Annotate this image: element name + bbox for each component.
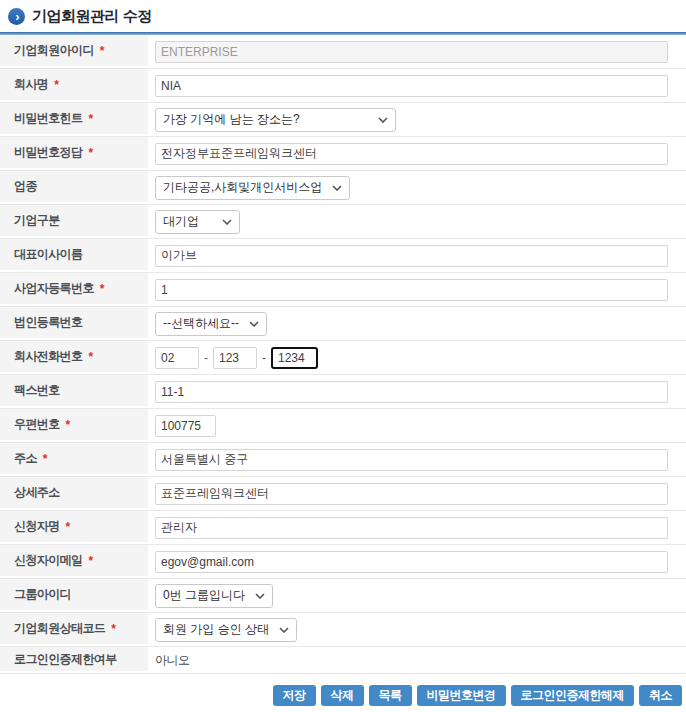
form-row-company-name: 회사명 * [0,69,686,103]
field-label: 업종 [14,178,37,195]
field-label-cell: 신청자명 * [0,511,148,544]
save-button[interactable]: 저장 [273,685,316,706]
form-row-phone-number: 회사전화번호 * - - [0,341,686,375]
field-value-cell [148,449,686,471]
form-row-password-hint: 비밀번호힌트 * 가장 기억에 남는 장소는? [0,103,686,137]
field-value-cell [148,75,686,97]
field-value-cell: 0번 그룹입니다 [148,584,686,608]
delete-button[interactable]: 삭제 [321,685,364,706]
form-row-company-type: 기업구분 대기업 [0,205,686,239]
chevron-down-icon [279,627,289,633]
field-label: 비밀번호힌트 [14,110,82,127]
form-row-applicant-name: 신청자명 * [0,511,686,545]
page-title: 기업회원관리 수정 [32,7,152,26]
field-label-cell: 신청자이메일 * [0,545,148,578]
password-answer-input[interactable] [155,143,668,165]
field-label: 사업자등록번호 [14,280,94,297]
release-login-restriction-button[interactable]: 로그인인증제한해제 [511,685,635,706]
page: › 기업회원관리 수정 기업회원아이디 * 회사명 * [0,0,686,706]
field-label-cell: 기업회원상태코드 * [0,613,148,646]
required-mark: * [88,146,93,160]
required-mark: * [88,112,93,126]
phone-mid-input[interactable] [213,347,257,369]
form-row-industry: 업종 기타공공,사회및개인서비스업 [0,171,686,205]
chevron-down-icon [378,117,388,123]
company-type-value: 대기업 [163,213,199,230]
field-value-cell [148,381,686,403]
form-row-ceo-name: 대표이사이름 [0,239,686,273]
applicant-email-input[interactable] [155,551,668,573]
zip-code-input[interactable] [155,415,216,437]
member-status-select[interactable]: 회원 가입 승인 상태 [155,618,297,642]
field-value-cell [148,483,686,505]
password-hint-select[interactable]: 가장 기억에 남는 장소는? [155,108,396,132]
form-row-address: 주소 * [0,443,686,477]
form-row-member-status: 기업회원상태코드 * 회원 가입 승인 상태 [0,613,686,647]
address-input[interactable] [155,449,668,471]
group-id-select[interactable]: 0번 그룹입니다 [155,584,273,608]
login-restriction-value: 아니오 [155,652,190,669]
field-label: 기업회원상태코드 [14,620,105,637]
ceo-name-input[interactable] [155,245,668,267]
phone-last-input[interactable] [271,347,318,369]
form-row-password-answer: 비밀번호정답 * [0,137,686,171]
form-row-business-reg-number: 사업자등록번호 * [0,273,686,307]
chevron-down-icon [249,321,259,327]
field-value-cell [148,245,686,267]
member-id-input [155,41,668,63]
required-mark: * [66,520,71,534]
field-label: 기업회원아이디 [14,42,94,59]
field-label: 비밀번호정답 [14,144,82,161]
field-label: 기업구분 [14,212,60,229]
field-value-cell [148,279,686,301]
field-value-cell: 대기업 [148,210,686,234]
required-mark: * [111,622,116,636]
change-password-button[interactable]: 비밀번호변경 [417,685,506,706]
list-button[interactable]: 목록 [369,685,412,706]
corporate-reg-number-select[interactable]: --선택하세요-- [155,312,267,336]
field-label: 회사전화번호 [14,348,82,365]
industry-select[interactable]: 기타공공,사회및개인서비스업 [155,176,350,200]
phone-area-input[interactable] [155,347,199,369]
cancel-button[interactable]: 취소 [639,685,682,706]
company-name-input[interactable] [155,75,668,97]
group-id-value: 0번 그룹입니다 [163,587,245,604]
field-label-cell: 기업구분 [0,205,148,238]
company-type-select[interactable]: 대기업 [155,210,240,234]
field-value-cell: --선택하세요-- [148,312,686,336]
field-value-cell: 아니오 [148,652,686,669]
field-value-cell: 기타공공,사회및개인서비스업 [148,176,686,200]
field-label: 회사명 [14,76,48,93]
field-value-cell: 회원 가입 승인 상태 [148,618,686,642]
page-header: › 기업회원관리 수정 [0,0,686,26]
form-row-group-id: 그룹아이디 0번 그룹입니다 [0,579,686,613]
detail-address-input[interactable] [155,483,668,505]
field-label: 신청자명 [14,518,60,535]
chevron-down-icon [255,593,265,599]
field-value-cell [148,517,686,539]
field-label: 대표이사이름 [14,246,82,263]
field-label-cell: 대표이사이름 [0,239,148,272]
fax-number-input[interactable] [155,381,668,403]
form-row-fax-number: 팩스번호 [0,375,686,409]
required-mark: * [54,78,59,92]
business-reg-number-input[interactable] [155,279,668,301]
field-label-cell: 회사명 * [0,69,148,102]
field-label: 팩스번호 [14,382,60,399]
field-label-cell: 비밀번호정답 * [0,137,148,170]
field-label-cell: 법인등록번호 [0,307,148,340]
field-label-cell: 팩스번호 [0,375,148,408]
field-label-cell: 업종 [0,171,148,204]
field-label-cell: 주소 * [0,443,148,476]
field-label-cell: 비밀번호힌트 * [0,103,148,136]
required-mark: * [43,452,48,466]
form-row-login-restriction: 로그인인증제한여부 아니오 [0,647,686,674]
field-value-cell [148,143,686,165]
chevron-down-icon [222,219,232,225]
field-label-cell: 사업자등록번호 * [0,273,148,306]
button-bar: 저장 삭제 목록 비밀번호변경 로그인인증제한해제 취소 [0,685,686,706]
field-label: 법인등록번호 [14,314,82,331]
field-label: 상세주소 [14,484,60,501]
applicant-name-input[interactable] [155,517,668,539]
required-mark: * [100,44,105,58]
